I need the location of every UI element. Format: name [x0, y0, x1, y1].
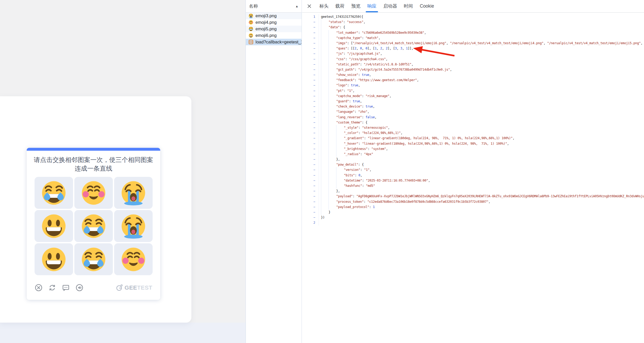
indent-guide: [329, 57, 336, 62]
emoji-cell-r3c1[interactable]: [35, 243, 73, 275]
line-text: "lang_reverse": false,: [319, 115, 644, 120]
line-text: "status": "success",: [319, 19, 644, 25]
emoji-cell-r2c1[interactable]: [35, 210, 73, 242]
feedback-icon: [62, 284, 70, 292]
network-file-row[interactable]: emoji6.png: [246, 32, 302, 39]
indent-guide: [329, 46, 336, 51]
line-text: "imgs": ["/nerualpic/v4_test/v4_match_te…: [319, 41, 644, 46]
indent-guide: [329, 194, 336, 199]
code-line: −}): [302, 215, 644, 220]
line-gutter: −: [302, 173, 319, 178]
indent-guide: [329, 35, 336, 41]
devtools-tab-1[interactable]: 标头: [316, 0, 332, 12]
devtools-tabbar: 标头载荷预览响应启动器时间Cookie: [302, 0, 644, 13]
indent-guide: [321, 19, 329, 25]
line-gutter: −: [302, 30, 319, 35]
brand-text-bold: GEE: [125, 284, 137, 291]
network-file-row[interactable]: emoji3.png: [246, 13, 302, 19]
devtools-tab-4[interactable]: 响应: [364, 0, 380, 12]
devtools-tab-3[interactable]: 预览: [348, 0, 364, 12]
file-name: emoji5.png: [256, 26, 277, 31]
line-gutter: −: [302, 115, 319, 120]
line-gutter: −: [302, 136, 319, 141]
emoji-cell-r3c3[interactable]: [114, 243, 153, 275]
emoji-cell-r1c2[interactable]: [74, 177, 113, 209]
indent-guide: [329, 167, 336, 172]
network-file-row[interactable]: emoji5.png: [246, 26, 302, 32]
code-line: −"captcha_type": "match",: [302, 35, 644, 41]
feedback-button[interactable]: [62, 284, 70, 292]
emoji-cell-r2c3[interactable]: [114, 210, 153, 242]
brand-text-light: TEST: [137, 284, 152, 291]
devtools-tab-6[interactable]: 时间: [401, 0, 417, 12]
code-line: −"gct_path": "/v4/gct/gct4.5a2e755576738…: [302, 67, 644, 72]
network-file-row[interactable]: load?callback=geetest_1...: [246, 39, 302, 45]
devtools-tab-5[interactable]: 启动器: [380, 0, 401, 12]
audio-button[interactable]: [75, 284, 84, 292]
code-line: −"captcha_mode": "risk_manage",: [302, 93, 644, 99]
line-text: geetest_1743131776259({: [319, 14, 644, 19]
indent-guide: [329, 120, 336, 125]
indent-guide: [329, 178, 336, 183]
name-column-label: 名称: [249, 3, 258, 9]
indent-guide: [329, 109, 336, 114]
code-line: −"payload": "AgFD8gWUUuHFx-XvpP7J2bW1eJb…: [302, 194, 644, 199]
emoji-cell-r1c3[interactable]: [114, 177, 153, 209]
indent-guide: [329, 83, 336, 88]
indent-guide: [321, 199, 329, 204]
file-name: load?callback=geetest_1...: [256, 40, 302, 44]
close-button[interactable]: [35, 284, 43, 292]
script-file-icon: [248, 40, 253, 44]
code-line: −"datetime": "2025-03-28T11:16:05.774493…: [302, 178, 644, 183]
code-line: −"lang_reverse": false,: [302, 115, 644, 120]
line-text: "_style": "stereoscopic",: [319, 125, 644, 130]
network-file-row[interactable]: emoji4.png: [246, 19, 302, 26]
indent-guide: [321, 125, 329, 130]
name-column-header[interactable]: 名称 ▲: [246, 0, 302, 13]
line-gutter: −: [302, 199, 319, 204]
close-icon: [35, 284, 43, 292]
joy-emoji-icon: [80, 213, 107, 239]
indent-guide: [329, 173, 336, 178]
line-text: "datetime": "2025-03-28T11:16:05.774493+…: [319, 178, 644, 183]
line-text: "captcha_type": "match",: [319, 35, 644, 41]
line-gutter: −: [302, 194, 319, 199]
code-line: −"_color": "hsla(224,98%,66%,1)",: [302, 130, 644, 136]
indent-guide: [329, 77, 336, 83]
code-line: 1geetest_1743131776259({: [302, 14, 644, 19]
line-gutter: −: [302, 157, 319, 162]
line-text: "custom_theme": {: [319, 120, 644, 125]
line-gutter: −: [302, 83, 319, 88]
emoji-cell-r1c1[interactable]: [35, 177, 73, 209]
code-line: 2: [302, 220, 644, 225]
indent-guide: [329, 157, 336, 162]
line-gutter: −: [302, 210, 319, 215]
devtools-tab-2[interactable]: 载荷: [332, 0, 348, 12]
code-line: −"ques": [[2, 0, 0], [1, 2, 2], [3, 3, 1…: [302, 46, 644, 51]
emoji-cell-r3c2[interactable]: [74, 243, 113, 275]
code-line: −"_gradient": "linear-gradient(180deg, h…: [302, 136, 644, 141]
indent-guide: [321, 77, 329, 83]
line-gutter: −: [302, 130, 319, 136]
indent-guide: [321, 83, 329, 88]
response-code-area[interactable]: 1geetest_1743131776259({−"status": "succ…: [302, 13, 644, 343]
indent-guide: [329, 104, 336, 109]
devtools-tab-7[interactable]: Cookie: [417, 0, 437, 12]
emoji-cell-r2c2[interactable]: [74, 210, 113, 242]
indent-guide: [329, 72, 336, 77]
sob-file-icon: [248, 13, 253, 18]
indent-guide: [321, 141, 329, 146]
line-text: "js": "/js/gcaptcha4.js",: [319, 51, 644, 56]
code-line: −"guard": true,: [302, 99, 644, 104]
line-gutter: −: [302, 183, 319, 188]
refresh-button[interactable]: [48, 284, 56, 292]
line-text: }): [319, 215, 644, 220]
code-line: −"version": "1",: [302, 167, 644, 172]
close-panel-button[interactable]: [307, 3, 312, 9]
indent-guide: [321, 88, 329, 93]
line-text: },: [319, 188, 644, 194]
sob-emoji-icon: [120, 213, 147, 239]
captcha-tool-buttons: [35, 284, 89, 292]
indent-guide: [329, 204, 336, 210]
indent-guide: [321, 25, 329, 30]
